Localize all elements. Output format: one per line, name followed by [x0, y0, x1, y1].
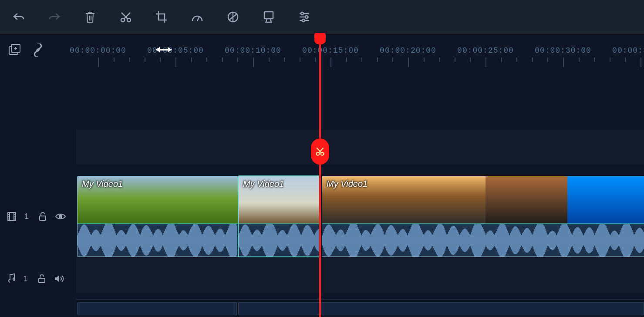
tracks-area: 1 1 My Video1My Video1My Video1: [0, 69, 644, 317]
clip-label: My Video1: [243, 179, 284, 189]
lane-spacer: [76, 69, 644, 130]
svg-point-0: [121, 18, 125, 22]
playhead[interactable]: [319, 34, 321, 317]
video-lane[interactable]: My Video1My Video1My Video1: [76, 175, 644, 258]
video-clip[interactable]: My Video1: [77, 176, 238, 257]
audio-track-index: 1: [24, 274, 28, 283]
ruler-zoom-handle[interactable]: [155, 46, 172, 53]
green-screen-button[interactable]: [262, 10, 275, 24]
svg-point-4: [301, 12, 303, 15]
clip-label: My Video1: [327, 179, 368, 189]
undo-button[interactable]: [12, 10, 25, 24]
link-button[interactable]: [31, 44, 44, 57]
speed-button[interactable]: [191, 10, 204, 24]
film-icon: [7, 212, 17, 221]
audio-track-header: 1: [0, 273, 83, 284]
clip-waveform: [78, 223, 238, 256]
audio-mute-button[interactable]: [54, 274, 64, 283]
delete-button[interactable]: [84, 10, 97, 24]
quick-split-button[interactable]: [311, 138, 329, 165]
svg-rect-10: [40, 216, 46, 220]
clip-waveform: [239, 223, 320, 256]
svg-point-14: [321, 152, 324, 155]
split-button[interactable]: [119, 10, 132, 24]
timeline-ruler[interactable]: 00:00:00:0000:00:05:0000:00:10:0000:00:1…: [76, 34, 644, 69]
clip-label: My Video1: [82, 179, 123, 189]
audio-lock-button[interactable]: [37, 274, 46, 283]
track-gutter: 1 1: [0, 69, 76, 317]
svg-rect-3: [264, 12, 273, 19]
ruler-tick-label: 00:00:15:00: [302, 46, 359, 55]
track-lanes: My Video1My Video1My Video1: [76, 69, 644, 317]
video-lock-button[interactable]: [38, 212, 47, 221]
music-icon: [7, 273, 16, 284]
ruler-tick-label: 00:00:30:00: [535, 46, 591, 55]
ruler-tick-label: 00:00:35:00: [612, 46, 644, 55]
adjust-button[interactable]: [298, 10, 311, 24]
overlay-lane[interactable]: [76, 130, 644, 165]
video-clip[interactable]: My Video1: [238, 176, 320, 257]
svg-point-6: [302, 19, 305, 22]
svg-point-1: [127, 18, 131, 22]
video-visibility-button[interactable]: [55, 212, 66, 220]
svg-point-11: [59, 215, 62, 218]
playhead-handle[interactable]: [314, 33, 326, 44]
video-track-header: 1: [0, 212, 83, 221]
bottom-strip: [76, 299, 644, 317]
add-marker-button[interactable]: [8, 44, 22, 57]
edit-toolbar: [0, 0, 644, 34]
clip-waveform: [322, 223, 644, 256]
svg-point-13: [316, 152, 319, 155]
svg-rect-12: [39, 278, 45, 283]
video-track-index: 1: [24, 212, 29, 221]
ruler-tick-label: 00:00:20:00: [380, 46, 436, 55]
color-tuning-button[interactable]: [226, 10, 239, 24]
ruler-tick-label: 00:00:25:00: [457, 46, 514, 55]
video-clip[interactable]: My Video1: [322, 176, 644, 257]
ruler-tick-label: 00:00:00:00: [70, 46, 126, 55]
redo-button[interactable]: [48, 10, 61, 24]
ruler-tick-label: 00:00:10:00: [225, 46, 281, 55]
crop-button[interactable]: [155, 10, 168, 24]
audio-lane[interactable]: [76, 258, 644, 293]
svg-point-5: [305, 16, 308, 18]
